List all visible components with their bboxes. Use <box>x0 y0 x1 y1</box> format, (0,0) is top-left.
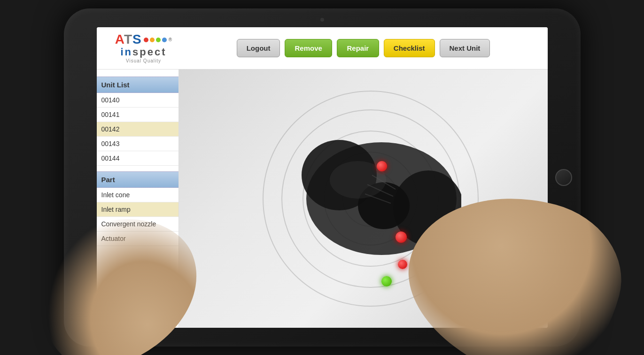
logo-registered: ® <box>169 37 172 42</box>
logo-dots <box>144 38 167 42</box>
indicator-dot-green <box>381 276 392 286</box>
indicator-dot-red-top <box>377 161 387 171</box>
unit-list-header: Unit List <box>97 77 178 93</box>
unit-list-item-00141[interactable]: 00141 <box>97 108 178 122</box>
tablet-camera <box>320 18 324 22</box>
part-list-item-inlet-ramp[interactable]: Inlet ramp <box>97 202 178 217</box>
unit-list-item-00144[interactable]: 00144 <box>97 151 178 166</box>
unit-list-item-00143[interactable]: 00143 <box>97 137 178 151</box>
indicator-dot-red-center <box>396 232 407 243</box>
unit-list-item-00142[interactable]: 00142 <box>97 122 178 137</box>
part-list-item-inlet-cone[interactable]: Inlet cone <box>97 188 178 202</box>
logo-spect-part: spect <box>132 46 166 58</box>
app-header: ATS ® in spect Visual Quality <box>97 27 548 69</box>
logo-ats-text: ATS <box>115 33 142 46</box>
logout-button[interactable]: Logout <box>237 39 280 57</box>
tablet-device: ATS ® in spect Visual Quality <box>64 8 581 347</box>
remove-button[interactable]: Remove <box>285 39 332 57</box>
header-buttons: Logout Remove Repair Checklist Next Unit <box>189 39 538 57</box>
indicator-dot-red-bottom <box>398 260 407 269</box>
dot-orange <box>150 38 155 42</box>
unit-list-item-00140[interactable]: 00140 <box>97 93 178 108</box>
tablet-home-button[interactable] <box>555 169 572 186</box>
part-list-header: Part <box>97 171 178 188</box>
next-unit-button[interactable]: Next Unit <box>440 39 490 57</box>
logo-in-part: in <box>120 46 132 58</box>
unit-list-section: Unit List 00140 00141 00142 00143 00144 <box>97 77 178 166</box>
dot-green <box>156 38 161 42</box>
checklist-button[interactable]: Checklist <box>384 39 435 57</box>
repair-button[interactable]: Repair <box>337 39 379 57</box>
dot-blue <box>162 38 167 42</box>
dot-red <box>144 38 148 42</box>
logo-tagline: Visual Quality <box>126 58 161 63</box>
logo-area: ATS ® in spect Visual Quality <box>106 33 181 63</box>
